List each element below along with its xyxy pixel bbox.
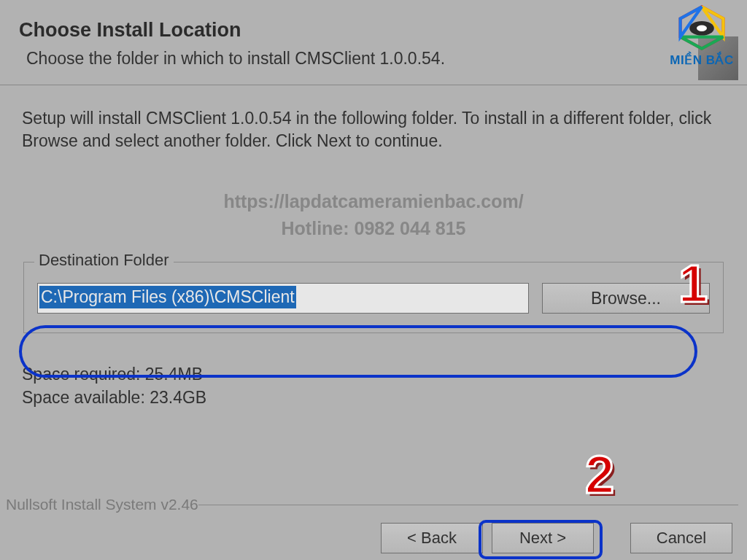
space-required: Space required: 25.4MB [22,362,725,386]
next-button[interactable]: Next > [492,523,594,553]
wizard-body: Setup will install CMSClient 1.0.0.54 in… [0,85,747,409]
page-subtitle: Choose the folder in which to install CM… [26,49,728,69]
destination-folder-label: Destination Folder [34,251,174,270]
install-instructions: Setup will install CMSClient 1.0.0.54 in… [22,107,725,152]
wizard-header: Choose Install Location Choose the folde… [0,6,747,85]
back-button[interactable]: < Back [381,523,483,553]
page-title: Choose Install Location [19,19,728,42]
wizard-footer: < Back Next > Cancel [0,516,747,560]
cancel-button[interactable]: Cancel [630,523,732,553]
install-path-value: C:\Program Files (x86)\CMSClient [39,286,296,308]
destination-folder-group: Destination Folder C:\Program Files (x86… [23,262,724,333]
disk-space-info: Space required: 25.4MB Space available: … [22,362,725,409]
install-path-input[interactable]: C:\Program Files (x86)\CMSClient [37,283,529,314]
browse-button[interactable]: Browse... [542,283,710,314]
installer-header-icon [698,36,738,80]
annotation-number-2: 2 [585,445,614,505]
footer-separator [198,505,738,505]
nsis-footer-text: Nullsoft Install System v2.46 [6,496,198,513]
space-available: Space available: 23.4GB [22,386,725,409]
